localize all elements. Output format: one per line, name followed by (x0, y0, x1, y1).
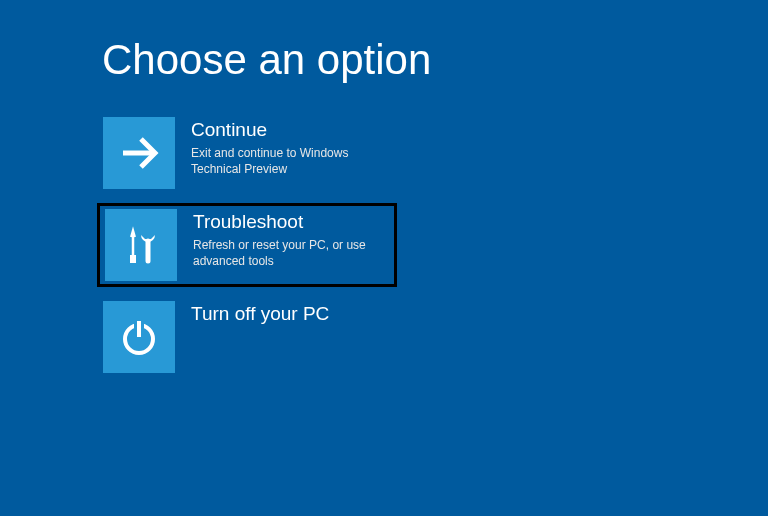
option-text: Troubleshoot Refresh or reset your PC, o… (177, 209, 377, 269)
continue-option[interactable]: Continue Exit and continue to Windows Te… (102, 116, 402, 190)
tools-icon (105, 209, 177, 281)
page-title: Choose an option (102, 36, 768, 84)
option-title: Troubleshoot (193, 211, 377, 233)
svg-rect-2 (130, 255, 136, 263)
option-title: Continue (191, 119, 375, 141)
turnoff-option[interactable]: Turn off your PC (102, 300, 402, 374)
option-text: Continue Exit and continue to Windows Te… (175, 117, 375, 177)
option-title: Turn off your PC (191, 303, 329, 325)
arrow-right-icon (103, 117, 175, 189)
option-desc: Exit and continue to Windows Technical P… (191, 145, 375, 177)
option-text: Turn off your PC (175, 301, 329, 329)
power-icon (103, 301, 175, 373)
recovery-screen: Choose an option Continue Exit and conti… (0, 0, 768, 374)
option-desc: Refresh or reset your PC, or use advance… (193, 237, 377, 269)
options-list: Continue Exit and continue to Windows Te… (102, 116, 768, 374)
troubleshoot-option[interactable]: Troubleshoot Refresh or reset your PC, o… (97, 203, 397, 287)
